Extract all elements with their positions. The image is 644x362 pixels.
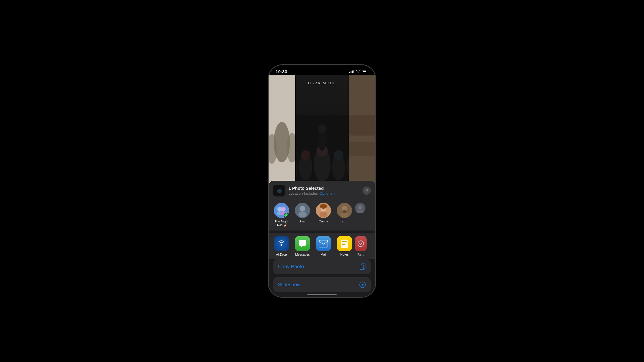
contact-name-carina: Carina [319,219,328,223]
notes-app-icon [337,236,352,251]
app-item-messages[interactable]: Messages [292,236,313,256]
status-icons [349,69,368,73]
share-thumbnail: 🌑 [273,185,285,196]
contact-item-night-owls[interactable]: The NightOwls 🎸 [271,203,292,227]
svg-point-32 [300,206,305,212]
share-sheet: 🌑 1 Photo Selected Location Included Opt… [269,181,375,297]
app-item-mail[interactable]: Mail [313,236,334,256]
mail-app-icon [316,236,331,251]
contact-avatar-brian [295,203,310,218]
contact-item-more[interactable] [355,203,365,227]
svg-rect-21 [349,142,376,156]
messages-app-icon [295,236,310,251]
svg-rect-53 [360,265,364,270]
contact-avatar-more [355,203,365,213]
copy-icon [359,263,366,270]
svg-point-12 [334,150,343,159]
notch [304,65,340,72]
svg-text:🌑: 🌑 [277,189,282,194]
apps-row: AirDrop Messages [269,233,375,259]
svg-point-43 [358,205,363,210]
app-item-airdrop[interactable]: AirDrop [271,236,292,256]
messages-badge-night-owls [284,213,289,218]
contact-avatar-night-owls [274,203,289,218]
contact-item-carina[interactable]: Carina [313,203,334,227]
app-name-messages: Messages [295,253,310,256]
airdrop-app-icon [274,236,289,251]
share-title: 1 Photo Selected [288,186,359,191]
wifi-icon [356,69,360,73]
app-item-notes[interactable]: Notes [334,236,355,256]
share-header: 🌑 1 Photo Selected Location Included Opt… [269,181,375,199]
signal-bars-icon [349,70,354,73]
app-name-notes: Notes [340,253,349,256]
battery-icon [362,70,368,73]
dark-mode-label: DARK MODE [308,81,336,85]
svg-point-36 [319,212,328,217]
share-title-area: 1 Photo Selected Location Included Optio… [288,186,359,196]
svg-point-41 [342,210,347,213]
contacts-row: The NightOwls 🎸 [269,199,375,231]
svg-point-27 [281,207,286,212]
svg-rect-46 [319,240,328,247]
status-time: 10:33 [276,69,287,74]
svg-point-10 [301,150,310,159]
contact-name-night-owls: The NightOwls 🎸 [274,219,288,227]
svg-rect-47 [341,240,348,248]
app-name-reminders: Re... [357,253,364,256]
share-subtitle-text: Location Included [288,191,318,196]
share-close-button[interactable]: ✕ [363,187,371,195]
copy-photo-label: Copy Photo [278,264,304,270]
svg-rect-49 [342,243,347,243]
svg-rect-50 [342,244,345,245]
play-icon [359,281,366,288]
svg-point-37 [320,204,327,209]
app-name-mail: Mail [321,253,326,256]
share-options-link[interactable]: Options › [319,191,335,196]
contact-item-kurt[interactable]: Kurt [334,203,355,227]
svg-point-18 [318,124,326,133]
action-rows: Copy Photo Slideshow [269,259,375,297]
app-name-airdrop: AirDrop [276,253,287,256]
app-item-reminders[interactable]: Re... [355,236,367,256]
reminders-app-icon [355,236,367,251]
contact-item-brian[interactable]: Brian [292,203,313,227]
copy-photo-action[interactable]: Copy Photo [273,259,371,274]
svg-point-33 [298,212,307,217]
svg-marker-55 [362,284,364,286]
svg-point-51 [358,241,364,247]
share-subtitle: Location Included Options › [288,191,359,196]
home-indicator [307,294,337,295]
contact-name-brian: Brian [299,219,306,223]
svg-rect-20 [349,115,376,136]
slideshow-label: Slideshow [278,282,301,288]
svg-rect-48 [342,241,347,242]
slideshow-action[interactable]: Slideshow [273,277,371,292]
contact-avatar-carina [316,203,331,218]
contact-avatar-kurt [337,203,352,218]
contact-name-kurt: Kurt [342,219,347,223]
